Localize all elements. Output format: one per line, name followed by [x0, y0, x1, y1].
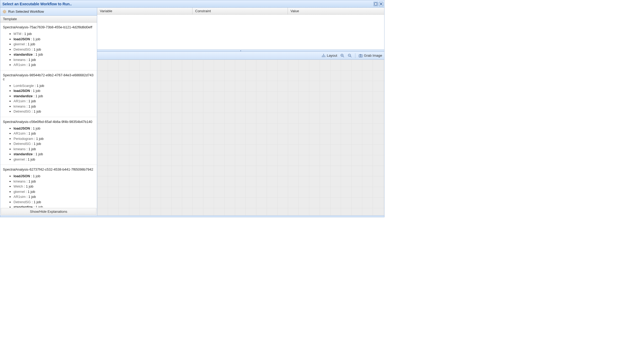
- left-panel: Run Selected Workflow Template SpectralA…: [0, 8, 97, 215]
- job-count: 1 job: [28, 104, 36, 108]
- job-count: 1 job: [28, 157, 35, 161]
- job-count: 1 job: [28, 190, 35, 194]
- job-count: 1 job: [33, 174, 40, 178]
- zoom-out-button[interactable]: [348, 54, 352, 58]
- status-bar: [0, 215, 384, 217]
- run-workflow-button[interactable]: Run Selected Workflow: [8, 10, 44, 14]
- job-count: 1 job: [28, 131, 36, 135]
- svg-rect-0: [375, 3, 377, 5]
- job-count: 1 job: [34, 47, 41, 51]
- job-count: 1 job: [33, 89, 40, 93]
- job-item: Periodogram : 1 job: [14, 136, 94, 141]
- svg-line-7: [6, 12, 6, 13]
- canvas-toolbar: Layout: [97, 52, 384, 60]
- job-name: standardize: [14, 152, 33, 156]
- job-item: kmeans : 1 job: [14, 104, 94, 109]
- job-item: kmeans : 1 job: [14, 179, 94, 184]
- svg-point-23: [360, 55, 361, 56]
- job-item: gkernel : 1 job: [14, 189, 94, 194]
- job-name: DetrendSG: [14, 200, 31, 204]
- job-name: AR1sim: [14, 63, 26, 67]
- job-list: LombScargle : 1 jobloadJSON : 1 jobstand…: [3, 83, 94, 114]
- job-item: kmeans : 1 job: [14, 57, 94, 63]
- column-value[interactable]: Value: [288, 8, 384, 14]
- svg-point-13: [325, 56, 325, 57]
- template-item[interactable]: SpectralAnalysis-c56e0fbd-65af-4b8a-9f4b…: [0, 117, 97, 165]
- show-hide-explanations-button[interactable]: Show/Hide Explanations: [1, 208, 96, 215]
- job-name: MTM: [14, 32, 21, 36]
- job-item: kmeans : 1 job: [14, 147, 94, 152]
- grab-image-label: Grab Image: [364, 54, 382, 57]
- job-count: 1 job: [26, 184, 33, 188]
- job-list: loadJSON : 1 jobkmeans : 1 jobWelch : 1 …: [3, 174, 94, 207]
- job-name: kmeans: [14, 147, 26, 151]
- job-name: Periodogram: [14, 137, 33, 141]
- job-name: loadJSON: [14, 37, 30, 41]
- job-count: 1 job: [28, 179, 36, 183]
- svg-line-19: [350, 56, 351, 57]
- job-count: 1 job: [34, 200, 41, 204]
- job-item: standardize : 1 job: [14, 52, 94, 57]
- layout-button[interactable]: Layout: [321, 54, 337, 58]
- template-column-header[interactable]: Template: [0, 16, 97, 23]
- right-panel: Variable Constraint Value Layout: [97, 8, 384, 215]
- template-item[interactable]: SpectralAnalysis-75ac7639-73b8-455e-b121…: [0, 23, 97, 70]
- job-count: 1 job: [33, 126, 40, 130]
- template-item[interactable]: SpectralAnalysis-98544b72-e9b2-4767-84e3…: [0, 70, 97, 117]
- job-item: standardize : 1 job: [14, 94, 94, 99]
- zoom-in-button[interactable]: [340, 54, 345, 58]
- job-item: AR1sim : 1 job: [14, 194, 94, 199]
- gear-icon: [2, 10, 7, 14]
- job-count: 1 job: [28, 195, 36, 199]
- column-variable[interactable]: Variable: [97, 8, 193, 14]
- job-item: gkernel : 1 job: [14, 42, 94, 47]
- svg-point-10: [323, 54, 324, 55]
- svg-line-6: [3, 10, 4, 11]
- close-button[interactable]: [379, 2, 383, 6]
- job-name: loadJSON: [14, 174, 30, 178]
- job-count: 1 job: [28, 63, 36, 67]
- job-item: AR1sim : 1 job: [14, 99, 94, 104]
- job-item: DetrendSG : 1 job: [14, 47, 94, 52]
- workflow-canvas[interactable]: [97, 60, 384, 215]
- left-toolbar: Run Selected Workflow: [0, 8, 97, 16]
- job-item: MTM : 1 job: [14, 31, 94, 37]
- job-count: 1 job: [28, 42, 35, 46]
- window-controls: [374, 2, 383, 6]
- horizontal-splitter[interactable]: [97, 50, 384, 52]
- job-name: loadJSON: [14, 126, 30, 130]
- svg-line-8: [3, 12, 4, 13]
- window-title: Select an Executable Workflow to Run..: [2, 2, 72, 6]
- job-item: DetrendSG : 1 job: [14, 141, 94, 147]
- job-count: 1 job: [35, 152, 43, 156]
- svg-line-15: [343, 56, 344, 57]
- job-name: loadJSON: [14, 89, 30, 93]
- job-item: gkernel : 1 job: [14, 157, 94, 162]
- maximize-button[interactable]: [374, 2, 378, 6]
- job-name: LombScargle: [14, 84, 34, 88]
- job-count: 1 job: [35, 94, 43, 98]
- job-count: 1 job: [34, 109, 41, 113]
- svg-rect-22: [360, 54, 361, 55]
- job-item: standardize : 1 job: [14, 205, 94, 207]
- template-item[interactable]: SpectralAnalysis-62737f42-c532-4538-b441…: [0, 165, 97, 207]
- job-item: AR1sim : 1 job: [14, 62, 94, 68]
- svg-line-9: [6, 10, 6, 11]
- job-list: MTM : 1 jobloadJSON : 1 jobgkernel : 1 j…: [3, 31, 94, 68]
- job-name: standardize: [14, 94, 33, 98]
- camera-icon: [359, 54, 363, 58]
- job-count: 1 job: [33, 37, 40, 41]
- svg-point-11: [322, 56, 323, 57]
- grab-image-button[interactable]: Grab Image: [359, 54, 382, 58]
- template-list[interactable]: SpectralAnalysis-75ac7639-73b8-455e-b121…: [0, 23, 97, 207]
- toolbar-separator: [355, 53, 355, 58]
- job-name: gkernel: [14, 157, 25, 161]
- job-name: AR1sim: [14, 99, 26, 103]
- template-name: SpectralAnalysis-c56e0fbd-65af-4b8a-9f4b…: [3, 120, 94, 124]
- column-constraint[interactable]: Constraint: [193, 8, 288, 14]
- job-item: standardize : 1 job: [14, 152, 94, 157]
- maximize-icon: [374, 2, 377, 6]
- template-name: SpectralAnalysis-98544b72-e9b2-4767-84e3…: [3, 73, 94, 81]
- splitter-handle-icon: [237, 50, 245, 51]
- job-count: 1 job: [36, 137, 43, 141]
